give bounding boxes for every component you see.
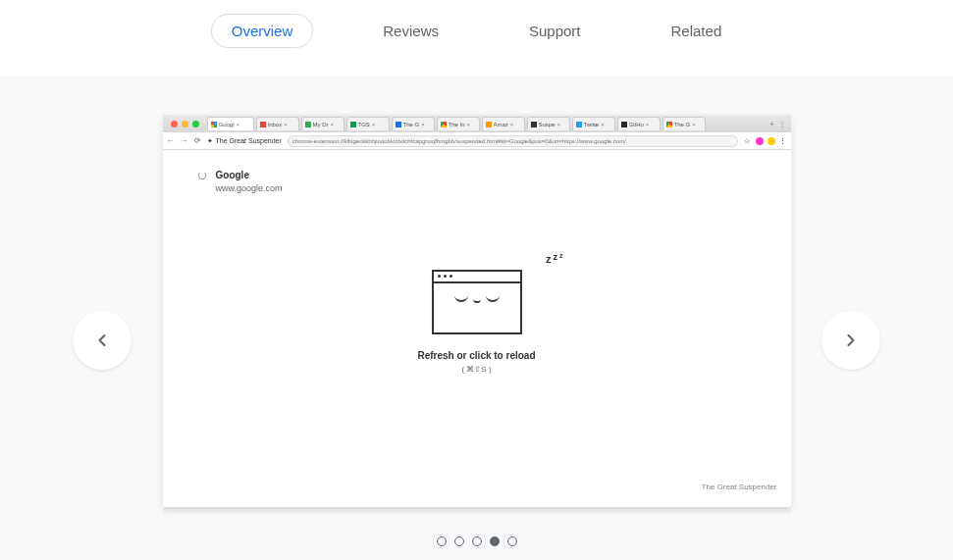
mock-tab: Inbox× xyxy=(256,117,299,130)
suspended-page: Google www.google.com zzz Refresh or cli… xyxy=(163,150,791,507)
mock-tab: My Dr× xyxy=(301,117,344,130)
mock-address-bar: ← → ⟳ ✦The Great Suspender chrome-extens… xyxy=(163,132,791,150)
mock-browser-tabs: Googl×Inbox×My Dr×TGS×The G×The In×Amaz×… xyxy=(207,117,768,130)
favicon-icon xyxy=(211,122,217,127)
mock-tab: The G× xyxy=(392,117,435,130)
mock-tab: Amaz× xyxy=(482,117,525,130)
favicon-icon xyxy=(576,122,582,127)
tab-reviews[interactable]: Reviews xyxy=(362,14,459,48)
page-title: The Great Suspender xyxy=(216,137,282,144)
loading-spinner-icon xyxy=(198,172,206,179)
pagination-dot[interactable] xyxy=(437,536,447,546)
mock-tab: The In× xyxy=(437,117,480,130)
favicon-icon xyxy=(531,122,537,127)
close-icon: × xyxy=(331,122,335,127)
chevron-left-icon xyxy=(92,331,112,350)
extension-icon: ✦ xyxy=(207,137,213,145)
close-icon: × xyxy=(421,122,425,127)
close-icon: × xyxy=(467,122,471,127)
nav-tabs: OverviewReviewsSupportRelated xyxy=(0,0,953,76)
tab-support[interactable]: Support xyxy=(508,14,602,48)
favicon-icon xyxy=(486,122,492,127)
favicon-icon xyxy=(621,122,627,127)
screenshot-image[interactable]: Googl×Inbox×My Dr×TGS×The G×The In×Amaz×… xyxy=(163,115,791,507)
favicon-icon xyxy=(441,122,447,127)
chevron-right-icon xyxy=(841,331,861,350)
pagination-dot[interactable] xyxy=(490,536,500,546)
favicon-icon xyxy=(396,122,401,127)
sleeping-icon: zzz xyxy=(546,252,565,265)
mock-tab: Googl× xyxy=(207,117,254,130)
forward-icon: → xyxy=(181,136,188,145)
site-url: www.google.com xyxy=(216,183,762,193)
sleeping-window-icon xyxy=(431,270,521,334)
close-icon: × xyxy=(646,122,650,127)
favicon-icon xyxy=(260,122,266,127)
prev-screenshot-button[interactable] xyxy=(73,311,132,370)
reload-icon: ⟳ xyxy=(194,136,201,145)
mock-tab: The G× xyxy=(662,117,706,130)
mock-tab: Suspe× xyxy=(527,117,570,130)
close-icon: × xyxy=(372,122,376,127)
favicon-icon xyxy=(350,122,356,127)
mock-tab: GitHu× xyxy=(617,117,661,130)
screenshot-carousel: Googl×Inbox×My Dr×TGS×The G×The In×Amaz×… xyxy=(0,76,953,560)
tab-overview[interactable]: Overview xyxy=(211,14,314,48)
url-field: chrome-extension://klhigeckkbhjiodoblocb… xyxy=(288,135,738,147)
pagination-dots xyxy=(0,536,953,546)
pagination-dot[interactable] xyxy=(507,536,517,546)
tab-related[interactable]: Related xyxy=(651,14,743,48)
new-tab-icon: + xyxy=(768,120,777,128)
star-icon: ☆ xyxy=(744,137,752,145)
mock-browser-tabbar: Googl×Inbox×My Dr×TGS×The G×The In×Amaz×… xyxy=(163,115,791,132)
reload-shortcut: ( ⌘⇧S ) xyxy=(417,365,535,374)
ext-icon-1 xyxy=(756,137,764,145)
menu-icon: ⋮ xyxy=(777,120,787,128)
close-icon: × xyxy=(510,122,514,127)
traffic-lights-icon xyxy=(167,121,203,127)
close-icon: × xyxy=(557,122,561,127)
overflow-icon: ⋮ xyxy=(779,137,787,145)
favicon-icon xyxy=(305,122,311,127)
ext-icon-2 xyxy=(768,137,775,145)
mock-tab: Twitte× xyxy=(572,117,615,130)
favicon-icon xyxy=(666,122,672,127)
close-icon: × xyxy=(601,122,605,127)
close-icon: × xyxy=(284,122,288,127)
close-icon: × xyxy=(237,122,240,127)
site-name: Google xyxy=(216,170,249,180)
pagination-dot[interactable] xyxy=(454,536,464,546)
close-icon: × xyxy=(692,122,696,127)
reload-caption: Refresh or click to reload xyxy=(417,350,535,361)
pagination-dot[interactable] xyxy=(472,536,482,546)
mock-tab: TGS× xyxy=(346,117,390,130)
extension-brand: The Great Suspender xyxy=(702,483,777,491)
back-icon: ← xyxy=(167,136,175,145)
next-screenshot-button[interactable] xyxy=(821,311,880,370)
